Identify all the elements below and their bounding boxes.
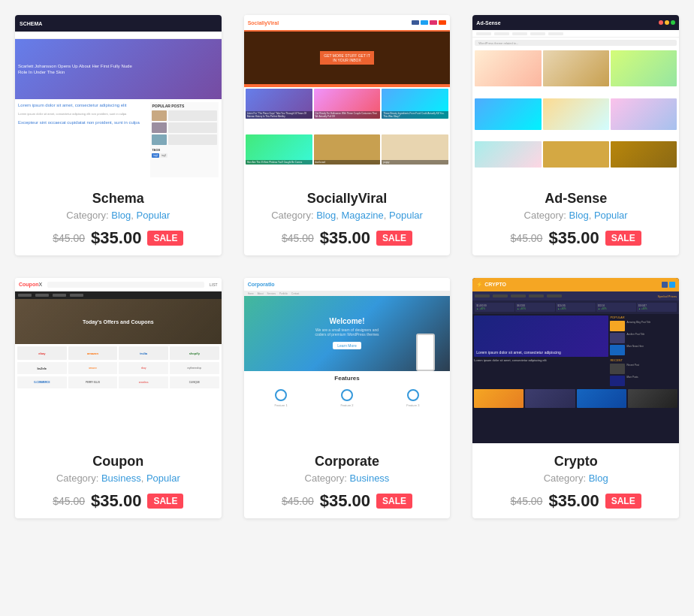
theme-info-sociallyviral: SociallyViral Category: Blog, Magazine, …: [244, 180, 451, 255]
theme-category-crypto: Category: Blog: [483, 473, 668, 484]
theme-card-crypto[interactable]: ⚡ CRYPTO Symbol Prices $1,660.99▲ +40% $…: [472, 278, 679, 518]
theme-card-adsense[interactable]: Ad-Sense WordPress theme related to...: [472, 15, 679, 255]
theme-pricing-coupon: $45.00 $35.00 SALE: [26, 491, 211, 511]
theme-card-coupon[interactable]: CouponX LIST Today's Offers and Coupons …: [15, 278, 222, 518]
theme-info-coupon: Coupon Category: Business, Popular $45.0…: [15, 443, 222, 518]
theme-preview-corporate: CorporatIo Home About Services Portfolio…: [244, 278, 451, 443]
price-original-adsense: $45.00: [511, 232, 543, 244]
theme-preview-adsense: Ad-Sense WordPress theme related to...: [472, 15, 679, 180]
theme-pricing-adsense: $45.00 $35.00 SALE: [483, 228, 668, 248]
theme-category-sociallyviral: Category: Blog, Magazine, Popular: [255, 210, 440, 221]
theme-preview-sociallyviral: SociallyViral GET MORE STUFF GET ITIN YO…: [244, 15, 451, 180]
price-sale-sociallyviral: $35.00: [320, 228, 370, 248]
theme-category-schema: Category: Blog, Popular: [26, 210, 211, 221]
category-link-popular[interactable]: Popular: [389, 210, 423, 221]
price-sale-schema: $35.00: [91, 228, 141, 248]
theme-info-corporate: Corporate Category: Business $45.00 $35.…: [244, 443, 451, 518]
sale-badge-adsense: SALE: [605, 231, 641, 246]
category-label: Category:: [305, 473, 347, 484]
category-link-blog[interactable]: Blog: [569, 210, 589, 221]
theme-name-coupon: Coupon: [26, 454, 211, 470]
theme-pricing-crypto: $45.00 $35.00 SALE: [483, 491, 668, 511]
price-original-coupon: $45.00: [53, 495, 85, 507]
theme-category-coupon: Category: Business, Popular: [26, 473, 211, 484]
theme-pricing-schema: $45.00 $35.00 SALE: [26, 228, 211, 248]
sale-badge-sociallyviral: SALE: [376, 231, 412, 246]
category-link-blog[interactable]: Blog: [316, 210, 336, 221]
sale-badge-corporate: SALE: [376, 494, 412, 509]
theme-card-corporate[interactable]: CorporatIo Home About Services Portfolio…: [244, 278, 451, 518]
category-label: Category:: [56, 473, 98, 484]
themes-grid: SCHEMA Scarlett Johansson Opens Up About…: [15, 15, 679, 518]
theme-preview-coupon: CouponX LIST Today's Offers and Coupons …: [15, 278, 222, 443]
price-sale-adsense: $35.00: [548, 228, 599, 248]
category-link-business[interactable]: Business: [350, 473, 390, 484]
category-link-blog[interactable]: Blog: [111, 210, 131, 221]
price-sale-crypto: $35.00: [548, 491, 599, 511]
price-sale-coupon: $35.00: [91, 491, 141, 511]
sale-badge-coupon: SALE: [147, 494, 183, 509]
category-label: Category:: [524, 210, 566, 221]
theme-name-corporate: Corporate: [255, 454, 440, 470]
theme-info-adsense: Ad-Sense Category: Blog, Popular $45.00 …: [472, 180, 679, 255]
category-link-popular[interactable]: Popular: [146, 473, 180, 484]
theme-pricing-corporate: $45.00 $35.00 SALE: [255, 491, 440, 511]
theme-category-adsense: Category: Blog, Popular: [483, 210, 668, 221]
price-original-schema: $45.00: [53, 232, 85, 244]
category-link-popular[interactable]: Popular: [137, 210, 170, 221]
price-original-sociallyviral: $45.00: [282, 232, 314, 244]
sale-badge-schema: SALE: [147, 231, 183, 246]
category-label: Category:: [544, 473, 586, 484]
theme-category-corporate: Category: Business: [255, 473, 440, 484]
theme-name-crypto: Crypto: [483, 454, 668, 470]
category-link-magazine[interactable]: Magazine: [341, 210, 383, 221]
theme-pricing-sociallyviral: $45.00 $35.00 SALE: [255, 228, 440, 248]
price-original-crypto: $45.00: [511, 495, 543, 507]
category-label: Category:: [271, 210, 313, 221]
theme-preview-crypto: ⚡ CRYPTO Symbol Prices $1,660.99▲ +40% $…: [472, 278, 679, 443]
category-link-popular[interactable]: Popular: [594, 210, 628, 221]
sale-badge-crypto: SALE: [605, 494, 641, 509]
price-sale-corporate: $35.00: [320, 491, 370, 511]
theme-card-sociallyviral[interactable]: SociallyViral GET MORE STUFF GET ITIN YO…: [244, 15, 451, 255]
price-original-corporate: $45.00: [282, 495, 314, 507]
theme-name-sociallyviral: SociallyViral: [255, 191, 440, 207]
theme-card-schema[interactable]: SCHEMA Scarlett Johansson Opens Up About…: [15, 15, 222, 255]
category-link-blog[interactable]: Blog: [589, 473, 608, 484]
theme-preview-schema: SCHEMA Scarlett Johansson Opens Up About…: [15, 15, 222, 180]
category-link-business[interactable]: Business: [101, 473, 141, 484]
theme-info-crypto: Crypto Category: Blog $45.00 $35.00 SALE: [472, 443, 679, 518]
theme-name-adsense: Ad-Sense: [483, 191, 668, 207]
theme-info-schema: Schema Category: Blog, Popular $45.00 $3…: [15, 180, 222, 255]
category-label: Category:: [66, 210, 108, 221]
theme-name-schema: Schema: [26, 191, 211, 207]
